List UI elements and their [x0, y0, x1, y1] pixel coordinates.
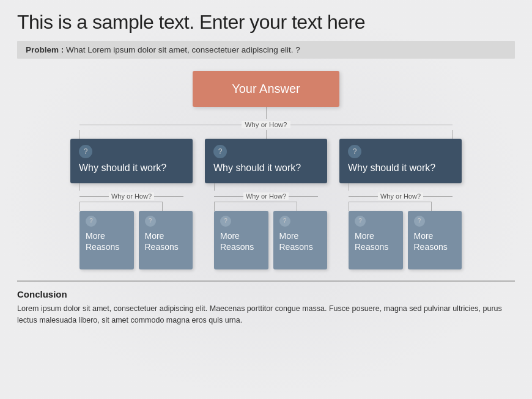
g1-drop-2 [162, 202, 163, 211]
reasons-text-5: MoreReasons [355, 230, 388, 252]
drop-line-3 [452, 130, 453, 139]
why-box-3[interactable]: ? Why should it work? [339, 139, 462, 183]
why-text-2: Why should it work? [213, 162, 319, 175]
three-drops [79, 130, 453, 139]
problem-label: Problem : [26, 45, 64, 54]
reasons-box-5[interactable]: ? MoreReasons [349, 211, 403, 269]
reasons-badge-5: ? [355, 216, 366, 227]
conclusion-text: Lorem ipsum dolor sit amet, consectetuer… [17, 303, 515, 326]
reasons-badge-4: ? [279, 216, 290, 227]
group3-why-how: Why or How? [339, 191, 462, 202]
group3-v-drop [349, 183, 349, 191]
reasons-text-3: MoreReasons [220, 230, 254, 252]
reasons-badge-3: ? [220, 216, 231, 227]
group2-pair-drops [214, 202, 297, 211]
main-title: This is a sample text. Enter your text h… [17, 11, 515, 34]
drop-line-1 [79, 130, 80, 139]
group2-why-how-label: Why or How? [243, 192, 289, 200]
problem-bar: Problem : What Lorem ipsum dolor sit ame… [17, 41, 515, 59]
question-badge-2: ? [213, 145, 227, 158]
group-1: ? Why should it work? Why or How? [70, 139, 193, 269]
reasons-box-2[interactable]: ? MoreReasons [139, 211, 193, 269]
question-badge-3: ? [348, 145, 361, 158]
group3-pair-drops [349, 202, 432, 211]
reasons-badge-1: ? [86, 216, 97, 227]
page: This is a sample text. Enter your text h… [0, 0, 532, 399]
reasons-badge-2: ? [145, 216, 156, 227]
group1-pair-drops [79, 202, 163, 211]
why-box-2[interactable]: ? Why should it work? [205, 139, 327, 183]
why-box-1[interactable]: ? Why should it work? [70, 139, 193, 183]
question-badge-1: ? [79, 145, 92, 158]
group2-v-drop [214, 183, 215, 191]
reasons-badge-6: ? [414, 216, 425, 227]
reasons-text-6: MoreReasons [414, 230, 448, 252]
top-box-text: Your Answer [232, 82, 300, 95]
group1-v-drop [79, 183, 80, 191]
g2-drop-1 [214, 202, 215, 211]
group1-why-how-label: Why or How? [109, 192, 154, 200]
reasons-box-1[interactable]: ? MoreReasons [79, 211, 134, 269]
top-vertical-line [266, 107, 267, 119]
reasons-text-2: MoreReasons [145, 230, 179, 252]
top-box[interactable]: Your Answer [193, 71, 339, 107]
conclusion-title: Conclusion [17, 289, 515, 299]
why-text-3: Why should it work? [348, 162, 453, 175]
group3-why-how-label: Why or How? [378, 192, 423, 200]
group1-why-how: Why or How? [70, 191, 193, 202]
problem-text: What Lorem ipsum dolor sit amet, consect… [66, 45, 300, 54]
group2-why-how: Why or How? [205, 191, 327, 202]
middle-row: ? Why should it work? Why or How? [70, 139, 462, 269]
diagram: Your Answer Why or How? [17, 71, 515, 269]
group-2: ? Why should it work? Why or How? [205, 139, 327, 269]
reasons-text-4: MoreReasons [279, 230, 313, 252]
g2-drop-2 [297, 202, 297, 211]
g3-drop-2 [431, 202, 432, 211]
reasons-box-4[interactable]: ? MoreReasons [273, 211, 328, 269]
drop-line-2 [266, 130, 267, 139]
g1-drop-1 [79, 202, 80, 211]
main-why-how-label: Why or How? [242, 121, 290, 128]
divider [17, 280, 515, 282]
group-3: ? Why should it work? Why or How? [339, 139, 462, 269]
conclusion-section: Conclusion Lorem ipsum dolor sit amet, c… [17, 289, 515, 326]
reasons-box-6[interactable]: ? MoreReasons [408, 211, 462, 269]
why-text-1: Why should it work? [79, 162, 184, 175]
content: This is a sample text. Enter your text h… [0, 0, 532, 337]
reasons-box-3[interactable]: ? MoreReasons [214, 211, 268, 269]
reasons-text-1: MoreReasons [86, 230, 119, 252]
g3-drop-1 [349, 202, 349, 211]
